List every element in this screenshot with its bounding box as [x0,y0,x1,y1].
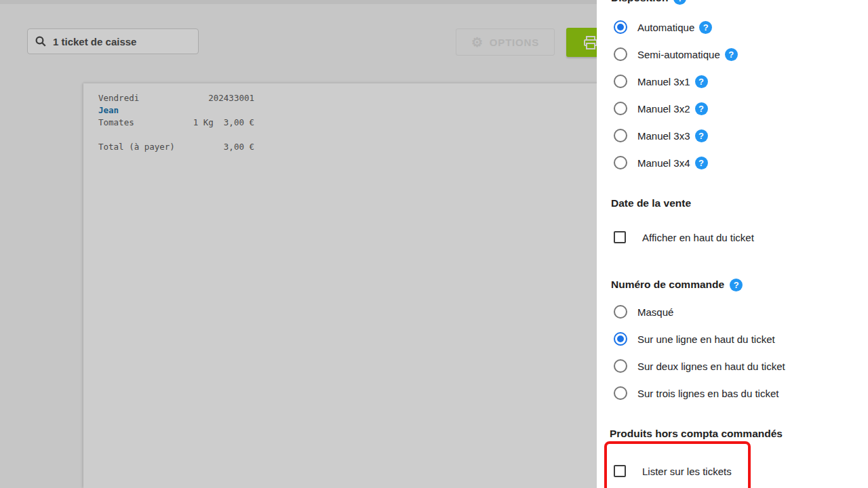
radio-label: Manuel 3x2 [637,103,690,115]
radio-option-une-ligne-haut[interactable]: Sur une ligne en haut du ticket [614,325,775,352]
radio-label: Manuel 3x1 [637,76,690,87]
receipt-blank-line [98,129,254,141]
radio-option-manuel-3x2[interactable]: Manuel 3x2 [614,95,708,122]
receipt-order-number: 202433001 [208,92,254,104]
radio-icon[interactable] [614,102,627,115]
options-button[interactable]: ⚙ OPTIONS [456,28,555,56]
section-title-numero-commande: Numéro de commande [611,278,743,291]
radio-icon[interactable] [614,156,627,169]
receipt-total-value: 3,00 € [224,141,254,153]
radio-label: Automatique [637,22,694,33]
help-icon[interactable] [695,75,708,88]
checkbox-icon[interactable] [614,231,626,243]
search-value: 1 ticket de caisse [53,36,136,47]
radio-option-semi-automatique[interactable]: Semi-automatique [614,41,738,68]
search-icon [35,35,47,47]
receipt-line: Jean [98,104,254,117]
radio-option-manuel-3x4[interactable]: Manuel 3x4 [614,149,708,176]
help-icon[interactable] [730,279,743,291]
receipt-preview-card: Vendredi202433001 Jean Tomates1 Kg 3,00 … [83,83,626,488]
receipt-line: Total (à payer)3,00 € [98,141,254,153]
checkbox-lister-tickets[interactable]: Lister sur les tickets [614,458,732,485]
radio-option-manuel-3x3[interactable]: Manuel 3x3 [614,122,708,149]
radio-selected-icon[interactable] [614,20,627,34]
receipt-customer-name: Jean [98,104,119,117]
radio-option-deux-lignes-haut[interactable]: Sur deux lignes en haut du ticket [614,352,785,380]
receipt-day: Vendredi [98,92,139,104]
help-icon[interactable] [699,21,712,34]
help-icon[interactable] [725,48,738,61]
radio-label: Semi-automatique [637,49,720,60]
radio-icon[interactable] [614,47,627,61]
radio-option-automatique[interactable]: Automatique [614,14,712,41]
help-icon[interactable] [695,102,708,115]
radio-label: Masqué [637,306,673,318]
help-icon[interactable] [695,157,708,169]
radio-selected-icon[interactable] [614,332,627,346]
receipt-product: Tomates [98,117,134,129]
options-button-label: OPTIONS [490,37,539,48]
checkbox-icon[interactable] [614,465,626,477]
checkbox-label: Afficher en haut du ticket [642,232,754,243]
radio-icon[interactable] [614,75,627,88]
section-title-produits-hors-compta: Produits hors compta commandés [610,427,783,441]
receipt-line: Tomates1 Kg 3,00 € [98,117,254,129]
radio-label: Sur une ligne en haut du ticket [637,333,775,345]
radio-label: Manuel 3x3 [637,130,690,142]
section-title-text: Disposition [611,0,668,4]
receipt-line: Vendredi202433001 [98,92,254,104]
highlight-red-outline: Lister sur les tickets [604,441,751,488]
receipt-total-label: Total (à payer) [98,141,175,153]
radio-option-masque[interactable]: Masqué [614,298,673,325]
radio-option-trois-lignes-bas[interactable]: Sur trois lignes en bas du ticket [614,380,778,407]
page-top-edge [0,0,597,4]
checkbox-label: Lister sur les tickets [642,466,732,477]
section-title-text: Produits hors compta commandés [610,428,783,440]
help-icon[interactable] [695,129,708,142]
radio-icon[interactable] [614,386,627,400]
help-icon[interactable] [673,0,686,5]
radio-label: Manuel 3x4 [637,157,690,169]
radio-label: Sur deux lignes en haut du ticket [637,361,785,372]
ticket-settings-panel: Disposition Automatique Semi-automatique… [597,0,868,488]
checkbox-afficher-haut-ticket[interactable]: Afficher en haut du ticket [614,224,754,251]
radio-icon[interactable] [614,359,627,373]
search-input[interactable]: 1 ticket de caisse [27,28,199,54]
radio-icon[interactable] [614,129,627,142]
section-title-disposition: Disposition [611,0,686,5]
radio-label: Sur trois lignes en bas du ticket [637,388,778,399]
gear-icon: ⚙ [471,36,484,49]
radio-icon[interactable] [614,305,627,319]
radio-option-manuel-3x1[interactable]: Manuel 3x1 [614,68,708,95]
section-title-date-vente: Date de la vente [611,197,691,210]
section-title-text: Date de la vente [611,197,691,209]
receipt-preview: Vendredi202433001 Jean Tomates1 Kg 3,00 … [83,83,254,153]
receipt-product-price: 1 Kg 3,00 € [193,117,254,129]
section-title-text: Numéro de commande [611,279,724,291]
